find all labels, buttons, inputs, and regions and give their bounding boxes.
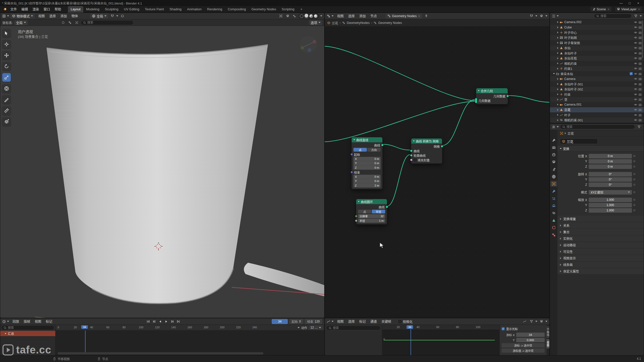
disable-in-render-icon[interactable] — [638, 62, 642, 65]
disclosure-icon[interactable] — [557, 104, 558, 106]
disable-in-render-icon[interactable] — [638, 87, 642, 91]
search-input[interactable] — [567, 125, 633, 129]
vector-component-Z[interactable]: Z2 m — [353, 183, 381, 188]
workspace-tab-scripting[interactable]: Scripting — [279, 6, 297, 13]
graph-editor-menu-2[interactable]: 标记 — [357, 319, 368, 324]
outliner-row-Camera[interactable]: Camera — [550, 76, 644, 82]
disclosure-icon[interactable] — [557, 31, 558, 33]
properties-tab-constraints[interactable] — [550, 210, 557, 216]
node-curve-line[interactable]: 曲线直线曲线点方向起始X0 mY0 mZ0 m结束X0 mY0 mZ2 m — [351, 137, 383, 189]
output-socket-geometry[interactable] — [506, 95, 509, 97]
timeline-menu-0[interactable]: 回放 — [10, 319, 21, 324]
rotate-tool[interactable] — [2, 62, 11, 71]
hide-in-viewport-icon[interactable] — [634, 57, 637, 60]
cursor-field-value[interactable]: 34 — [516, 333, 545, 337]
transform-panel-header[interactable]: 变换 — [557, 146, 644, 152]
animate-decorator[interactable] — [633, 173, 635, 175]
collapse-icon[interactable] — [358, 201, 359, 202]
summary-channel[interactable]: 汇总 — [0, 331, 55, 336]
node-header[interactable]: 曲线直线 — [352, 137, 382, 142]
hide-in-viewport-icon[interactable] — [634, 113, 637, 117]
property-field-Z[interactable]: 1.000 — [589, 208, 632, 213]
outliner-row-水仙叶子.001[interactable]: 水仙叶子.001 — [550, 81, 644, 87]
hide-in-viewport-icon[interactable] — [634, 72, 637, 75]
filter-icon[interactable] — [529, 319, 534, 324]
animate-decorator[interactable] — [633, 160, 635, 162]
panel-header-可见性[interactable]: 可见性 — [557, 248, 644, 255]
properties-tab-view-layer[interactable] — [550, 159, 557, 165]
hide-in-viewport-icon[interactable] — [634, 36, 637, 39]
hide-in-viewport-icon[interactable] — [634, 46, 637, 50]
number-field-半径[interactable]: 半径1 m — [358, 219, 385, 223]
viewport-menu-0[interactable]: 视图 — [36, 14, 47, 19]
node-canvas[interactable]: 曲线直线曲线点方向起始X0 mY0 mZ0 m结束X0 mY0 mZ2 m曲线 … — [325, 27, 549, 318]
editor-type-icon[interactable] — [552, 14, 555, 18]
toggle-icon[interactable] — [60, 20, 66, 25]
show-cursor-checkbox[interactable]: ✓ — [502, 327, 505, 330]
collapse-icon[interactable] — [413, 141, 415, 142]
keyframe-track-area[interactable] — [56, 331, 324, 355]
timeline-menu-1[interactable]: 插帧 — [21, 319, 32, 324]
outliner-row-茎[interactable]: 茎 — [550, 97, 644, 102]
breadcrumb-item-2[interactable]: Geometry Nodes — [378, 21, 402, 25]
app-menu-1[interactable]: 编辑 — [19, 7, 30, 12]
orientation-setting-dropdown[interactable]: 全局 — [14, 20, 28, 25]
node-curve-to-mesh[interactable]: 曲线 转换为 网格网格曲线轮廓曲线填充封盖 — [411, 138, 442, 164]
property-field-Y[interactable]: 0 m — [589, 159, 632, 164]
cursor-button-0[interactable]: 游标 -> 选中项 — [502, 343, 545, 347]
node-tab-点[interactable]: 点 — [358, 210, 371, 213]
properties-tab-world[interactable] — [550, 174, 557, 179]
next-keyframe-button[interactable] — [170, 319, 175, 324]
property-field-Z[interactable]: 0° — [589, 183, 632, 187]
ghost-curves-icon[interactable] — [522, 319, 527, 324]
properties-tab-material[interactable] — [550, 225, 557, 230]
disable-in-render-icon[interactable] — [638, 26, 642, 29]
vector-component-X[interactable]: X0 m — [353, 175, 381, 179]
workspace-tab-compositing[interactable]: Compositing — [225, 6, 249, 13]
panel-header-视图显示[interactable]: 视图显示 — [557, 255, 644, 261]
disclosure-icon[interactable] — [557, 68, 558, 70]
sidebar-tab-F-曲线[interactable]: F-曲线 — [547, 326, 550, 338]
disable-in-render-icon[interactable] — [638, 77, 642, 80]
disclosure-icon[interactable] — [557, 78, 558, 80]
workspace-tab-layout[interactable]: Layout — [68, 6, 83, 13]
properties-tab-physics[interactable] — [550, 203, 557, 208]
node-curve-circle[interactable]: 曲线圆环曲线点半径分辨率32半径1 m — [356, 199, 387, 224]
transform-tool[interactable] — [2, 84, 11, 93]
collapse-icon[interactable] — [353, 139, 355, 140]
rendered-shading-icon[interactable] — [314, 14, 317, 18]
search-input[interactable] — [8, 326, 52, 330]
toggle-icon[interactable] — [74, 20, 79, 25]
number-field-分辨率[interactable]: 分辨率32 — [358, 214, 385, 218]
action-selector[interactable]: 动作 12 … — [298, 325, 323, 330]
editor-type-icon[interactable] — [2, 320, 6, 323]
add-cube-tool[interactable] — [2, 117, 11, 126]
output-socket-geometry[interactable] — [386, 206, 388, 208]
disable-in-render-icon[interactable] — [638, 57, 642, 60]
frame-start-field[interactable]: 起始 0 — [289, 319, 303, 324]
material-shading-icon[interactable] — [309, 14, 313, 18]
app-menu-4[interactable]: 帮助 — [52, 7, 63, 12]
timeline-menu-3[interactable]: 标记 — [44, 319, 55, 324]
node-editor-menu-1[interactable]: 选择 — [346, 14, 357, 19]
graph-editor-menu-1[interactable]: 选择 — [346, 319, 357, 324]
disable-in-render-icon[interactable] — [638, 98, 642, 101]
animate-decorator[interactable] — [633, 204, 635, 206]
properties-tab-particles[interactable] — [550, 196, 557, 201]
panel-header-变换增量[interactable]: 变换增量 — [557, 216, 644, 222]
disable-in-render-icon[interactable] — [638, 118, 642, 122]
hide-in-viewport-icon[interactable] — [634, 52, 637, 55]
property-field-模式[interactable]: XYZ 欧拉 — [589, 190, 632, 195]
input-socket-bool[interactable] — [410, 159, 413, 161]
viewport-canvas[interactable]: 用户透视 (34) 场景集合 | 兰花 — [0, 26, 324, 318]
viewport-menu-3[interactable]: 物体 — [69, 14, 80, 19]
input-socket-geometry[interactable] — [410, 150, 413, 152]
disable-in-render-icon[interactable] — [638, 41, 642, 44]
hide-in-viewport-icon[interactable] — [634, 31, 637, 34]
outliner-row-叶子贴图[interactable]: 叶子贴图 — [550, 35, 644, 40]
collapse-icon[interactable] — [478, 90, 479, 91]
input-socket-int[interactable] — [355, 215, 357, 217]
outliner-row-兰花[interactable]: 兰花 — [550, 107, 644, 113]
node-editor-menu-3[interactable]: 节点 — [368, 14, 379, 19]
blender-app-icon[interactable] — [2, 7, 8, 12]
